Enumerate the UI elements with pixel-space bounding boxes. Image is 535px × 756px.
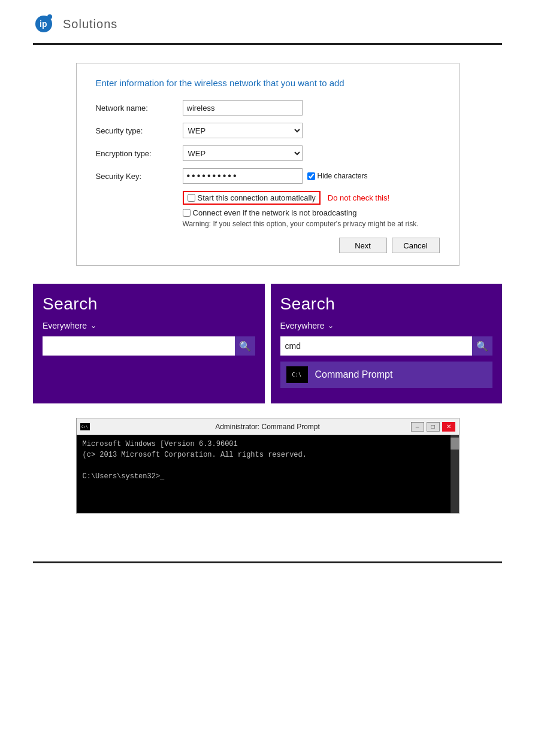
encryption-type-select[interactable]: WEP — [183, 145, 303, 161]
start-connection-row: Start this connection automatically Do n… — [183, 191, 440, 205]
search-panel-left: Search Everywhere ⌄ 🔍 — [33, 284, 265, 403]
search-panels-row: Search Everywhere ⌄ 🔍 Search Everywhere … — [33, 284, 502, 403]
wireless-dialog: Enter information for the wireless netwo… — [76, 63, 460, 266]
cmd-titlebar-icon: C:\ — [80, 423, 90, 430]
security-type-row: Security type: WEP WPA2-Personal No auth… — [96, 123, 440, 138]
search-icon-left: 🔍 — [239, 341, 251, 352]
security-type-label: Security type: — [96, 126, 183, 135]
scrollbar-thumb[interactable] — [451, 438, 459, 450]
start-connection-checkbox[interactable] — [188, 194, 195, 202]
search-icon-right: 🔍 — [476, 341, 488, 352]
warning-text: Warning: If you select this option, your… — [183, 220, 440, 228]
security-type-select[interactable]: WEP WPA2-Personal No authentication (Ope… — [183, 123, 303, 138]
security-key-label: Security Key: — [96, 172, 183, 181]
connect-broadcast-checkbox[interactable] — [183, 209, 191, 217]
cmd-icon-text: C:\ — [292, 372, 302, 378]
logo-icon: ip — [33, 11, 59, 37]
cmd-body: Microsoft Windows [Version 6.3.96001 (c>… — [77, 435, 459, 513]
wireless-dialog-wrapper: Enter information for the wireless netwo… — [33, 63, 502, 284]
dialog-buttons: Next Cancel — [96, 238, 440, 253]
cmd-result-icon: C:\ — [286, 366, 308, 383]
svg-text:ip: ip — [40, 19, 47, 29]
cmd-window: C:\ Administrator: Command Prompt – □ ✕ … — [76, 418, 460, 514]
cancel-button[interactable]: Cancel — [392, 238, 440, 253]
hide-characters-text: Hide characters — [318, 172, 368, 180]
close-button[interactable]: ✕ — [442, 422, 455, 432]
security-key-row: Security Key: Hide characters — [96, 168, 440, 184]
search-title-left: Search — [43, 294, 255, 314]
cmd-titlebar: C:\ Administrator: Command Prompt – □ ✕ — [77, 418, 459, 435]
dialog-title: Enter information for the wireless netwo… — [96, 78, 440, 88]
search-everywhere-right[interactable]: Everywhere ⌄ — [280, 321, 493, 330]
start-connection-text: Start this connection automatically — [198, 193, 316, 202]
everywhere-label-right: Everywhere — [280, 321, 325, 330]
security-key-input[interactable] — [183, 168, 303, 184]
minimize-button[interactable]: – — [411, 422, 424, 432]
search-result-row[interactable]: C:\ Command Prompt — [280, 362, 493, 388]
cmd-titlebar-title: Administrator: Command Prompt — [215, 423, 320, 431]
chevron-down-icon-left[interactable]: ⌄ — [90, 321, 96, 330]
logo: ip Solutions — [33, 11, 117, 37]
hide-characters-label[interactable]: Hide characters — [307, 172, 368, 180]
main-content: Enter information for the wireless netwo… — [0, 45, 535, 544]
search-everywhere-left[interactable]: Everywhere ⌄ — [43, 321, 255, 330]
cmd-window-controls: – □ ✕ — [411, 422, 455, 432]
cmd-output: Microsoft Windows [Version 6.3.96001 (c>… — [83, 439, 453, 482]
network-name-row: Network name: — [96, 100, 440, 116]
search-button-left[interactable]: 🔍 — [235, 336, 255, 356]
search-input-row-left: 🔍 — [43, 336, 255, 356]
network-name-input[interactable] — [183, 100, 303, 116]
footer-divider — [33, 561, 502, 563]
search-button-right[interactable]: 🔍 — [472, 336, 492, 356]
do-not-check-label: Do not check this! — [328, 193, 389, 202]
search-input-right[interactable] — [280, 336, 473, 356]
logo-text: Solutions — [63, 17, 117, 31]
restore-button[interactable]: □ — [427, 422, 440, 432]
connect-broadcast-text: Connect even if the network is not broad… — [193, 208, 357, 217]
encryption-type-row: Encryption type: WEP — [96, 145, 440, 161]
next-button[interactable]: Next — [339, 238, 387, 253]
encryption-type-label: Encryption type: — [96, 149, 183, 158]
cmd-scrollbar[interactable] — [451, 435, 459, 513]
search-input-row-right: 🔍 — [280, 336, 493, 356]
search-input-left[interactable] — [43, 336, 235, 356]
search-title-right: Search — [280, 294, 493, 314]
everywhere-label-left: Everywhere — [43, 321, 87, 330]
search-result-label: Command Prompt — [315, 369, 393, 380]
connect-broadcast-row: Connect even if the network is not broad… — [183, 208, 440, 217]
chevron-down-icon-right[interactable]: ⌄ — [328, 321, 334, 330]
start-connection-highlighted: Start this connection automatically — [183, 191, 321, 205]
hide-characters-checkbox[interactable] — [307, 172, 315, 180]
header: ip Solutions — [0, 0, 535, 43]
search-panel-right: Search Everywhere ⌄ 🔍 C:\ Command Prompt — [271, 284, 503, 403]
svg-point-2 — [47, 14, 52, 19]
network-name-label: Network name: — [96, 104, 183, 113]
